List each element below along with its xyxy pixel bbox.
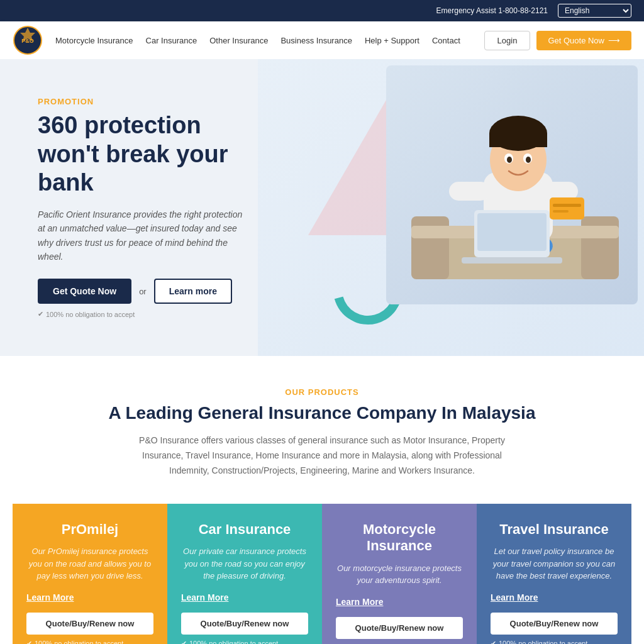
card-travel-desc: Let our travel policy insurance be your … bbox=[491, 545, 618, 582]
hero-note: ✔ 100% no obligation to accept bbox=[38, 310, 252, 318]
card-travel: Travel Insurance Let our travel policy i… bbox=[477, 504, 631, 644]
card-motorcycle-btn[interactable]: Quote/Buy/Renew now bbox=[336, 617, 463, 639]
hero-or-text: or bbox=[139, 287, 147, 296]
card-travel-title: Travel Insurance bbox=[491, 521, 618, 538]
top-bar: Emergency Assist 1-800-88-2121 English B… bbox=[0, 0, 644, 21]
nav-right: Login Get Quote Now ⟶ bbox=[484, 31, 631, 50]
hero-promo-label: PROMOTION bbox=[38, 97, 252, 106]
nav-links: Motorcycle Insurance Car Insurance Other… bbox=[55, 35, 484, 46]
nav-motorcycle[interactable]: Motorcycle Insurance bbox=[55, 36, 133, 45]
card-promilej-learn[interactable]: Learn More bbox=[26, 592, 153, 602]
products-title: A Leading General Insurance Company In M… bbox=[13, 403, 631, 423]
card-motorcycle: Motorcycle Insurance Our motorcycle insu… bbox=[322, 504, 477, 644]
products-section: OUR PRODUCTS A Leading General Insurance… bbox=[0, 356, 644, 644]
svg-rect-21 bbox=[477, 213, 547, 251]
card-promilej-note: ✔ 100% no obligation to accept. bbox=[26, 640, 153, 644]
card-promilej-title: PrOmilej bbox=[26, 521, 153, 538]
card-motorcycle-learn[interactable]: Learn More bbox=[336, 597, 463, 607]
card-motorcycle-desc: Our motorcycle insurance protects your a… bbox=[336, 562, 463, 587]
get-quote-nav-button[interactable]: Get Quote Now ⟶ bbox=[536, 31, 631, 50]
hero-bg bbox=[258, 59, 644, 356]
hero-image-area bbox=[258, 59, 644, 356]
nav-other[interactable]: Other Insurance bbox=[209, 36, 268, 45]
card-car-note: ✔ 100% no obligation to accept. bbox=[181, 640, 308, 644]
card-car-desc: Our private car insurance protects you o… bbox=[181, 545, 308, 582]
card-travel-learn[interactable]: Learn More bbox=[491, 592, 618, 602]
card-promilej-desc: Our PrOmilej insurance protects you on t… bbox=[26, 545, 153, 582]
person-illustration bbox=[386, 65, 638, 304]
logo: P&O bbox=[13, 25, 43, 55]
svg-rect-24 bbox=[553, 204, 581, 207]
card-car-learn[interactable]: Learn More bbox=[181, 592, 308, 602]
svg-rect-11 bbox=[449, 182, 490, 201]
svg-rect-15 bbox=[489, 133, 547, 147]
card-car: Car Insurance Our private car insurance … bbox=[167, 504, 322, 644]
hero-get-quote-button[interactable]: Get Quote Now bbox=[38, 279, 131, 304]
nav-help[interactable]: Help + Support bbox=[365, 36, 419, 45]
hero-actions: Get Quote Now or Learn more bbox=[38, 279, 252, 304]
hero-text: PROMOTION 360 protection won't break you… bbox=[0, 59, 277, 356]
svg-rect-22 bbox=[462, 257, 562, 264]
emergency-assist: Emergency Assist 1-800-88-2121 bbox=[436, 6, 548, 15]
svg-point-19 bbox=[526, 157, 531, 163]
main-nav: P&O Motorcycle Insurance Car Insurance O… bbox=[0, 21, 644, 59]
nav-business[interactable]: Business Insurance bbox=[280, 36, 352, 45]
svg-point-18 bbox=[507, 157, 512, 163]
products-section-label: OUR PRODUCTS bbox=[13, 387, 631, 397]
card-travel-note: ✔ 100% no obligation to accept. bbox=[491, 640, 618, 644]
language-selector[interactable]: English Bahasa Melayu bbox=[558, 4, 631, 18]
svg-rect-25 bbox=[553, 210, 569, 213]
card-car-btn[interactable]: Quote/Buy/Renew now bbox=[181, 613, 308, 635]
card-motorcycle-title: Motorcycle Insurance bbox=[336, 521, 463, 555]
nav-car[interactable]: Car Insurance bbox=[146, 36, 197, 45]
card-promilej-btn[interactable]: Quote/Buy/Renew now bbox=[26, 613, 153, 635]
card-car-title: Car Insurance bbox=[181, 521, 308, 538]
card-travel-btn[interactable]: Quote/Buy/Renew now bbox=[491, 613, 618, 635]
hero-learn-more-button[interactable]: Learn more bbox=[154, 279, 232, 304]
hero-title: 360 protection won't break your bank bbox=[38, 111, 252, 197]
login-button[interactable]: Login bbox=[484, 31, 531, 50]
card-promilej: PrOmilej Our PrOmilej insurance protects… bbox=[13, 504, 167, 644]
nav-contact[interactable]: Contact bbox=[432, 36, 460, 45]
products-desc: P&O Insurance offers various classes of … bbox=[133, 433, 511, 478]
products-cards-grid: PrOmilej Our PrOmilej insurance protects… bbox=[13, 504, 631, 644]
hero-desc: Pacific Orient Insurance provides the ri… bbox=[38, 208, 252, 264]
hero-section: PROMOTION 360 protection won't break you… bbox=[0, 59, 644, 356]
svg-rect-23 bbox=[550, 197, 584, 219]
